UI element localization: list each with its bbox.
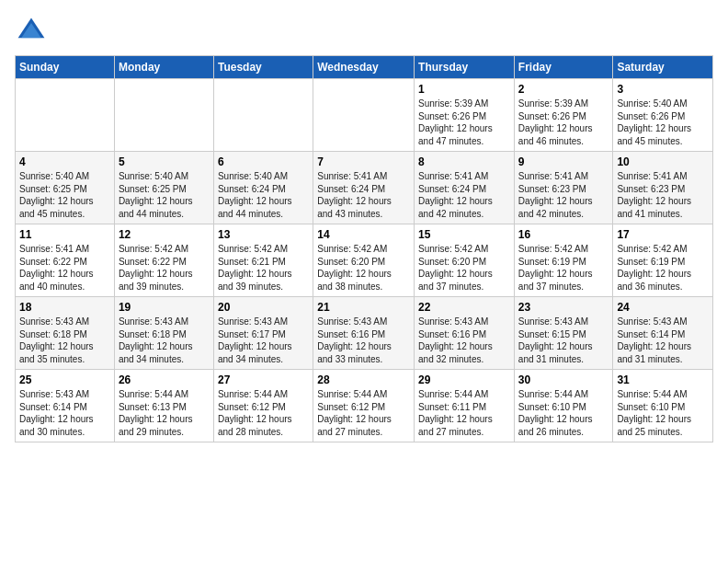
day-number: 12 xyxy=(119,228,210,241)
calendar-week-row: 25Sunrise: 5:43 AM Sunset: 6:14 PM Dayli… xyxy=(16,370,713,442)
day-content: Sunrise: 5:44 AM Sunset: 6:12 PM Dayligh… xyxy=(317,388,410,438)
day-number: 29 xyxy=(418,373,510,386)
calendar-week-row: 4Sunrise: 5:40 AM Sunset: 6:25 PM Daylig… xyxy=(16,152,713,224)
calendar-cell: 3Sunrise: 5:40 AM Sunset: 6:26 PM Daylig… xyxy=(613,79,713,152)
day-content: Sunrise: 5:39 AM Sunset: 6:26 PM Dayligh… xyxy=(518,98,609,147)
day-content: Sunrise: 5:44 AM Sunset: 6:13 PM Dayligh… xyxy=(119,388,210,438)
day-number: 3 xyxy=(617,83,709,96)
day-content: Sunrise: 5:42 AM Sunset: 6:20 PM Dayligh… xyxy=(317,243,410,293)
day-content: Sunrise: 5:40 AM Sunset: 6:26 PM Dayligh… xyxy=(617,98,709,147)
calendar-cell: 20Sunrise: 5:43 AM Sunset: 6:17 PM Dayli… xyxy=(213,297,313,370)
weekday-header-saturday: Saturday xyxy=(613,56,713,79)
day-content: Sunrise: 5:43 AM Sunset: 6:17 PM Dayligh… xyxy=(218,316,309,365)
day-number: 6 xyxy=(218,155,309,168)
day-content: Sunrise: 5:43 AM Sunset: 6:15 PM Dayligh… xyxy=(518,316,609,365)
calendar-cell xyxy=(114,79,213,152)
weekday-header-tuesday: Tuesday xyxy=(213,56,313,79)
day-content: Sunrise: 5:43 AM Sunset: 6:18 PM Dayligh… xyxy=(119,316,210,365)
day-content: Sunrise: 5:43 AM Sunset: 6:14 PM Dayligh… xyxy=(617,316,709,365)
day-number: 23 xyxy=(518,301,609,314)
weekday-header-sunday: Sunday xyxy=(16,56,115,79)
day-number: 24 xyxy=(617,301,709,314)
day-number: 4 xyxy=(19,155,110,168)
calendar-cell: 18Sunrise: 5:43 AM Sunset: 6:18 PM Dayli… xyxy=(16,297,115,370)
day-content: Sunrise: 5:44 AM Sunset: 6:10 PM Dayligh… xyxy=(617,388,709,438)
day-content: Sunrise: 5:42 AM Sunset: 6:19 PM Dayligh… xyxy=(518,243,609,293)
calendar-cell: 17Sunrise: 5:42 AM Sunset: 6:19 PM Dayli… xyxy=(613,224,713,297)
day-content: Sunrise: 5:40 AM Sunset: 6:24 PM Dayligh… xyxy=(218,170,309,220)
day-content: Sunrise: 5:40 AM Sunset: 6:25 PM Dayligh… xyxy=(119,170,210,220)
day-number: 21 xyxy=(317,301,410,314)
calendar-cell: 5Sunrise: 5:40 AM Sunset: 6:25 PM Daylig… xyxy=(114,152,213,224)
day-number: 22 xyxy=(418,301,510,314)
day-content: Sunrise: 5:42 AM Sunset: 6:21 PM Dayligh… xyxy=(218,243,309,293)
day-number: 18 xyxy=(19,301,110,314)
weekday-header-friday: Friday xyxy=(514,56,613,79)
day-number: 25 xyxy=(19,373,110,386)
calendar-cell xyxy=(313,79,415,152)
day-number: 8 xyxy=(418,155,510,168)
calendar-cell: 10Sunrise: 5:41 AM Sunset: 6:23 PM Dayli… xyxy=(613,152,713,224)
calendar-cell: 15Sunrise: 5:42 AM Sunset: 6:20 PM Dayli… xyxy=(415,224,515,297)
day-content: Sunrise: 5:43 AM Sunset: 6:16 PM Dayligh… xyxy=(418,316,510,365)
calendar-cell: 7Sunrise: 5:41 AM Sunset: 6:24 PM Daylig… xyxy=(313,152,415,224)
day-content: Sunrise: 5:42 AM Sunset: 6:19 PM Dayligh… xyxy=(617,243,709,293)
calendar-week-row: 11Sunrise: 5:41 AM Sunset: 6:22 PM Dayli… xyxy=(16,224,713,297)
calendar-cell xyxy=(213,79,313,152)
day-number: 11 xyxy=(19,228,110,241)
day-number: 16 xyxy=(518,228,609,241)
calendar-week-row: 18Sunrise: 5:43 AM Sunset: 6:18 PM Dayli… xyxy=(16,297,713,370)
calendar-cell: 22Sunrise: 5:43 AM Sunset: 6:16 PM Dayli… xyxy=(415,297,515,370)
calendar-cell: 1Sunrise: 5:39 AM Sunset: 6:26 PM Daylig… xyxy=(415,79,515,152)
day-number: 27 xyxy=(218,373,309,386)
day-content: Sunrise: 5:39 AM Sunset: 6:26 PM Dayligh… xyxy=(418,98,510,147)
day-number: 1 xyxy=(418,83,510,96)
day-number: 9 xyxy=(518,155,609,168)
calendar-cell: 2Sunrise: 5:39 AM Sunset: 6:26 PM Daylig… xyxy=(514,79,613,152)
day-number: 20 xyxy=(218,301,309,314)
calendar-cell: 27Sunrise: 5:44 AM Sunset: 6:12 PM Dayli… xyxy=(213,370,313,442)
calendar-cell: 14Sunrise: 5:42 AM Sunset: 6:20 PM Dayli… xyxy=(313,224,415,297)
weekday-header-row: SundayMondayTuesdayWednesdayThursdayFrid… xyxy=(16,56,713,79)
calendar-cell: 6Sunrise: 5:40 AM Sunset: 6:24 PM Daylig… xyxy=(213,152,313,224)
calendar-cell: 24Sunrise: 5:43 AM Sunset: 6:14 PM Dayli… xyxy=(613,297,713,370)
calendar-cell: 31Sunrise: 5:44 AM Sunset: 6:10 PM Dayli… xyxy=(613,370,713,442)
day-number: 30 xyxy=(518,373,609,386)
day-number: 31 xyxy=(617,373,709,386)
day-number: 15 xyxy=(418,228,510,241)
logo-icon xyxy=(15,15,48,48)
day-number: 19 xyxy=(119,301,210,314)
day-content: Sunrise: 5:42 AM Sunset: 6:22 PM Dayligh… xyxy=(119,243,210,293)
day-number: 26 xyxy=(119,373,210,386)
logo xyxy=(15,15,51,48)
day-number: 7 xyxy=(317,155,410,168)
calendar-cell: 29Sunrise: 5:44 AM Sunset: 6:11 PM Dayli… xyxy=(415,370,515,442)
day-content: Sunrise: 5:43 AM Sunset: 6:18 PM Dayligh… xyxy=(19,316,110,365)
day-content: Sunrise: 5:44 AM Sunset: 6:12 PM Dayligh… xyxy=(218,388,309,438)
day-number: 28 xyxy=(317,373,410,386)
calendar-cell: 8Sunrise: 5:41 AM Sunset: 6:24 PM Daylig… xyxy=(415,152,515,224)
day-content: Sunrise: 5:43 AM Sunset: 6:14 PM Dayligh… xyxy=(19,388,110,438)
day-number: 13 xyxy=(218,228,309,241)
calendar-cell: 25Sunrise: 5:43 AM Sunset: 6:14 PM Dayli… xyxy=(16,370,115,442)
day-number: 14 xyxy=(317,228,410,241)
day-number: 10 xyxy=(617,155,709,168)
day-content: Sunrise: 5:40 AM Sunset: 6:25 PM Dayligh… xyxy=(19,170,110,220)
calendar-cell: 16Sunrise: 5:42 AM Sunset: 6:19 PM Dayli… xyxy=(514,224,613,297)
calendar-cell: 21Sunrise: 5:43 AM Sunset: 6:16 PM Dayli… xyxy=(313,297,415,370)
calendar-cell: 23Sunrise: 5:43 AM Sunset: 6:15 PM Dayli… xyxy=(514,297,613,370)
calendar-cell: 11Sunrise: 5:41 AM Sunset: 6:22 PM Dayli… xyxy=(16,224,115,297)
day-number: 17 xyxy=(617,228,709,241)
calendar-cell: 12Sunrise: 5:42 AM Sunset: 6:22 PM Dayli… xyxy=(114,224,213,297)
page-header xyxy=(15,15,713,48)
day-content: Sunrise: 5:41 AM Sunset: 6:23 PM Dayligh… xyxy=(518,170,609,220)
calendar-cell: 28Sunrise: 5:44 AM Sunset: 6:12 PM Dayli… xyxy=(313,370,415,442)
calendar-cell: 19Sunrise: 5:43 AM Sunset: 6:18 PM Dayli… xyxy=(114,297,213,370)
calendar-cell: 9Sunrise: 5:41 AM Sunset: 6:23 PM Daylig… xyxy=(514,152,613,224)
calendar-cell: 13Sunrise: 5:42 AM Sunset: 6:21 PM Dayli… xyxy=(213,224,313,297)
calendar-cell: 4Sunrise: 5:40 AM Sunset: 6:25 PM Daylig… xyxy=(16,152,115,224)
calendar-week-row: 1Sunrise: 5:39 AM Sunset: 6:26 PM Daylig… xyxy=(16,79,713,152)
weekday-header-wednesday: Wednesday xyxy=(313,56,415,79)
calendar-cell: 30Sunrise: 5:44 AM Sunset: 6:10 PM Dayli… xyxy=(514,370,613,442)
calendar-cell: 26Sunrise: 5:44 AM Sunset: 6:13 PM Dayli… xyxy=(114,370,213,442)
